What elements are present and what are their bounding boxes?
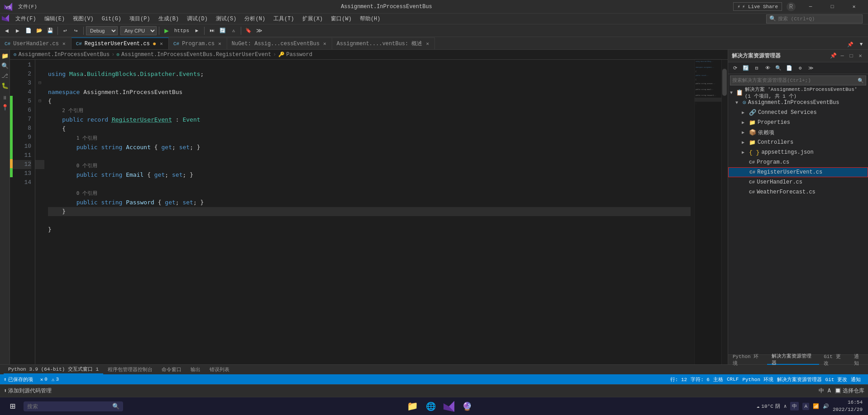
se-registeruserevent-cs[interactable]: C# RegisterUserEvent.cs bbox=[728, 167, 868, 177]
tab-close-5[interactable]: ✕ bbox=[425, 41, 430, 47]
collapse-5[interactable]: ⊟ bbox=[35, 97, 44, 106]
tray-network-icon[interactable]: 📶 bbox=[813, 403, 819, 409]
tab-nuget[interactable]: NuGet: Assig...cessEventBus ✕ bbox=[227, 38, 332, 49]
collapse-1[interactable] bbox=[35, 61, 44, 70]
se-more-btn[interactable]: ≫ bbox=[806, 63, 816, 73]
toolbar-forward-btn[interactable]: ▶ bbox=[13, 26, 23, 36]
activity-breakpoints-icon[interactable]: ⏸ bbox=[0, 93, 10, 102]
se-preview-btn[interactable]: 📄 bbox=[784, 63, 794, 73]
menu-help[interactable]: 帮助(H) bbox=[356, 14, 384, 24]
tab-program[interactable]: C# Program.cs ✕ bbox=[169, 38, 227, 49]
tab-close-4[interactable]: ✕ bbox=[322, 41, 327, 47]
menu-tools[interactable]: 工具(T) bbox=[270, 14, 298, 24]
activity-search-icon[interactable]: 🔍 bbox=[0, 61, 10, 71]
se-collapse-all-btn[interactable]: ⊟ bbox=[752, 63, 762, 73]
se-connected-services[interactable]: ▶ 🔗 Connected Services bbox=[728, 108, 868, 118]
tray-ime[interactable]: A bbox=[802, 403, 809, 410]
tab-close-2[interactable]: ✕ bbox=[159, 41, 164, 47]
vertical-scrollbar[interactable] bbox=[721, 60, 728, 364]
toolbar-back-btn[interactable]: ◀ bbox=[2, 26, 12, 36]
toolbar-save-btn[interactable]: 💾 bbox=[45, 26, 55, 36]
se-controllers[interactable]: ▶ 📁 Controllers bbox=[728, 137, 868, 147]
se-filter-btn[interactable]: 🔍 bbox=[773, 63, 783, 73]
collapse-9[interactable] bbox=[35, 133, 44, 142]
tab-registeruserevent[interactable]: C# RegisterUserEvent.cs ● ✕ bbox=[72, 38, 169, 49]
terminal-tab-errors[interactable]: 错误列表 bbox=[205, 365, 234, 374]
terminal-tab-cmd[interactable]: 命令窗口 bbox=[157, 365, 186, 374]
collapse-11[interactable] bbox=[35, 151, 44, 160]
tab-close-3[interactable]: ✕ bbox=[217, 41, 222, 47]
menu-window[interactable]: 窗口(W) bbox=[327, 14, 355, 24]
collapse-13[interactable] bbox=[35, 169, 44, 178]
toolbar-redo-btn[interactable]: ↪ bbox=[71, 26, 81, 36]
toolbar-more[interactable]: ≫ bbox=[254, 26, 264, 36]
activity-bookmark-nav-icon[interactable]: 📍 bbox=[0, 103, 10, 112]
menu-project[interactable]: 项目(P) bbox=[126, 14, 154, 24]
breadcrumb-class[interactable]: Assignment.InProcessEventBus.RegisterUse… bbox=[121, 52, 271, 58]
taskbar-edge-browser[interactable]: 🌐 bbox=[424, 399, 438, 414]
se-weatherforecast-cs[interactable]: C# WeatherForecast.cs bbox=[728, 187, 868, 197]
tab-userhandler[interactable]: C# UserHandler.cs ✕ bbox=[0, 38, 72, 49]
collapse-12[interactable] bbox=[35, 160, 44, 169]
terminal-tab-output[interactable]: 输出 bbox=[186, 365, 205, 374]
se-userhandler-cs[interactable]: C# UserHandler.cs bbox=[728, 177, 868, 187]
breadcrumb-member[interactable]: Password bbox=[286, 52, 313, 58]
tab-assignment-overview[interactable]: Assignment....ventBus: 概述 ✕ bbox=[332, 38, 435, 49]
collapse-14[interactable] bbox=[35, 178, 44, 187]
terminal-tab-python[interactable]: Python 3.9 (64-bit) 交互式窗口 1 bbox=[4, 365, 103, 374]
tab-pin-btn[interactable]: 📌 bbox=[845, 39, 855, 49]
taskbar-vs-icon[interactable] bbox=[442, 399, 456, 414]
menu-build[interactable]: 生成(B) bbox=[155, 14, 183, 24]
se-btab-solution[interactable]: 解决方案资源管理器 bbox=[767, 355, 819, 365]
start-button[interactable]: ⊞ bbox=[5, 399, 20, 414]
platform-select[interactable]: Any CPU bbox=[120, 26, 157, 35]
tray-lang[interactable]: 中 bbox=[790, 402, 799, 410]
scrollbar-thumb[interactable] bbox=[722, 69, 727, 96]
se-maximize-btn[interactable]: □ bbox=[847, 52, 855, 60]
menu-view[interactable]: 视图(V) bbox=[69, 14, 97, 24]
se-solution-root[interactable]: ▼ 📋 解决方案 'Assignment.InProcessEventBus' … bbox=[728, 88, 868, 98]
debug-config-select[interactable]: Debug Release bbox=[86, 26, 118, 35]
ime-mode-indicator[interactable]: 中 bbox=[819, 387, 824, 395]
breadcrumb-project[interactable]: Assignment.InProcessEventBus bbox=[19, 52, 110, 58]
bookmark-btn[interactable]: 🔖 bbox=[243, 26, 253, 36]
tray-up-icon[interactable]: ∧ bbox=[784, 403, 787, 409]
se-btab-git[interactable]: Git 更改 bbox=[819, 355, 849, 365]
run-btn[interactable]: ▶ bbox=[162, 26, 172, 36]
status-se[interactable]: 解决方案资源管理器 bbox=[777, 376, 822, 383]
status-space[interactable]: 主格 bbox=[713, 376, 723, 383]
taskbar-search-input[interactable] bbox=[24, 401, 123, 411]
status-col[interactable]: 字符: 6 bbox=[691, 376, 710, 383]
se-appsettings[interactable]: ▶ { } appsettings.json bbox=[728, 147, 868, 157]
collapse-7[interactable] bbox=[35, 115, 44, 124]
maximize-button[interactable]: □ bbox=[822, 0, 843, 14]
se-search-input[interactable] bbox=[732, 78, 858, 83]
se-close-btn[interactable]: ✕ bbox=[856, 52, 864, 60]
close-button[interactable]: ✕ bbox=[844, 0, 864, 14]
collapse-8[interactable] bbox=[35, 124, 44, 133]
code-editor[interactable]: using Masa.BuildingBlocks.Dispatcher.Eve… bbox=[44, 60, 694, 364]
menu-edit[interactable]: 编辑(E) bbox=[41, 14, 69, 24]
refresh-btn[interactable]: 🔄 bbox=[218, 26, 228, 36]
system-clock[interactable]: 16:54 2022/12/29 bbox=[833, 399, 863, 413]
select-repo-btn[interactable]: 🔲 选择仓库 bbox=[835, 387, 864, 395]
status-errors[interactable]: ✕ 0 ⚠ 3 bbox=[40, 377, 59, 382]
menu-file[interactable]: 文件(F) bbox=[12, 14, 40, 24]
status-notify[interactable]: 通知 bbox=[851, 376, 864, 383]
tray-volume-icon[interactable]: 🔊 bbox=[823, 403, 829, 409]
menu-file[interactable]: 文件(F) bbox=[15, 2, 40, 12]
taskbar-file-explorer[interactable]: 📁 bbox=[405, 399, 420, 414]
menu-debug[interactable]: 调试(D) bbox=[183, 14, 211, 24]
se-sync-btn[interactable]: ⟳ bbox=[730, 63, 740, 73]
collapse-4[interactable] bbox=[35, 88, 44, 97]
se-properties[interactable]: ▶ 📁 Properties bbox=[728, 118, 868, 127]
terminal-tab-pkg[interactable]: 程序包管理器控制台 bbox=[103, 365, 157, 374]
toolbar-open-btn[interactable]: 📂 bbox=[34, 26, 44, 36]
se-show-all-btn[interactable]: 👁 bbox=[763, 63, 773, 73]
menu-test[interactable]: 测试(S) bbox=[212, 14, 240, 24]
collapse-10[interactable] bbox=[35, 142, 44, 151]
se-btab-notify[interactable]: 通知 bbox=[849, 355, 868, 365]
collapse-6[interactable] bbox=[35, 106, 44, 115]
main-search-input[interactable] bbox=[778, 16, 859, 22]
activity-git-icon[interactable]: ⎇ bbox=[0, 71, 10, 80]
